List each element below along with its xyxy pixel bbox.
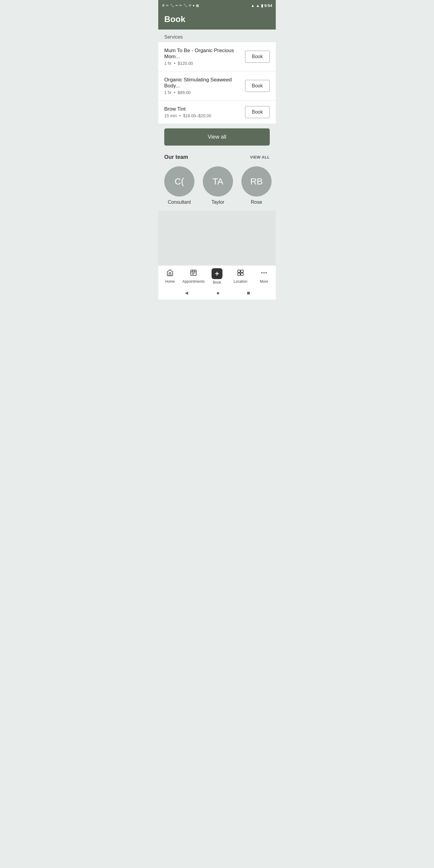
service-price-3: $16.00–$20.00	[183, 113, 211, 118]
avatar-taylor: TA	[203, 166, 233, 196]
member-name-consultant: Consultant	[168, 199, 191, 205]
services-section-header: Services	[158, 30, 276, 42]
service-item-3: Brow Tint 15 min • $16.00–$20.00 Book	[158, 101, 276, 124]
services-list: Mum To Be - Organic Precious Mom... 1 hr…	[158, 42, 276, 124]
sim-icon: ▦	[196, 4, 199, 7]
avatar-consultant: C(	[164, 166, 194, 196]
service-details-3: 15 min • $16.00–$20.00	[164, 113, 241, 118]
avatar-rose: RB	[241, 166, 272, 196]
book-button-3[interactable]: Book	[245, 106, 270, 118]
book-button-2[interactable]: Book	[245, 80, 270, 92]
nav-item-location[interactable]: Location	[229, 269, 252, 284]
avatar-initials-consultant: C(	[175, 176, 184, 187]
nav-item-book[interactable]: Book	[205, 268, 229, 284]
svg-rect-8	[238, 270, 240, 273]
book-center-icon	[212, 268, 222, 279]
team-section: Our team VIEW ALL C( Consultant TA Taylo…	[158, 150, 276, 211]
nav-item-home[interactable]: Home	[158, 269, 182, 284]
page-title: Book	[164, 14, 270, 24]
team-view-all-link[interactable]: VIEW ALL	[250, 155, 270, 159]
avatar-initials-rose: RB	[250, 176, 263, 187]
book-button-1[interactable]: Book	[245, 51, 270, 63]
service-price-1: $120.00	[178, 61, 193, 66]
edit-icon-2: ✏	[176, 4, 178, 7]
back-button[interactable]: ◄	[184, 290, 189, 296]
view-all-container: View all	[158, 124, 276, 150]
bottom-navigation: Home Appointments Book	[158, 265, 276, 286]
home-button[interactable]: ●	[216, 290, 220, 296]
edit-icon-3: ✏	[179, 4, 182, 7]
services-section-label: Services	[164, 34, 183, 39]
gear-icon: ⚙	[162, 4, 165, 7]
svg-rect-10	[238, 273, 240, 276]
refresh-icon: ⟳	[189, 4, 191, 7]
signal-icon: ▲	[256, 3, 260, 8]
service-details-1: 1 hr • $120.00	[164, 61, 241, 66]
service-details-2: 1 hr • $89.00	[164, 90, 241, 95]
member-name-rose: Rose	[251, 199, 262, 205]
nav-label-home: Home	[165, 279, 175, 284]
nav-label-appointments: Appointments	[182, 279, 204, 284]
home-icon	[166, 269, 174, 278]
status-icons-left: ⚙ ✏ 🔧 ✏ ✏ 🔧 ⟳ ● ▦	[162, 4, 199, 7]
status-icons-right: ▲ ▲ ▮ 9:54	[251, 3, 272, 8]
nav-label-book: Book	[213, 280, 221, 284]
more-icon	[260, 269, 268, 278]
svg-point-14	[266, 272, 267, 273]
android-nav-bar: ◄ ● ■	[158, 286, 276, 300]
team-members-list: C( Consultant TA Taylor RB Rose	[164, 166, 270, 211]
service-info-2: Organic Stimulating Seaweed Body... 1 hr…	[164, 77, 245, 95]
edit-icon-1: ✏	[166, 4, 169, 7]
service-duration-1: 1 hr	[164, 61, 172, 66]
wrench-icon-2: 🔧	[183, 4, 187, 7]
team-member-rose[interactable]: RB Rose	[241, 166, 272, 205]
service-name-2: Organic Stimulating Seaweed Body...	[164, 77, 241, 89]
nav-item-appointments[interactable]: Appointments	[182, 269, 205, 284]
svg-rect-11	[241, 273, 243, 276]
svg-point-13	[264, 272, 265, 273]
wifi-icon: ▲	[251, 3, 255, 8]
page-header: Book	[158, 11, 276, 30]
service-item-1: Mum To Be - Organic Precious Mom... 1 hr…	[158, 42, 276, 71]
service-info-3: Brow Tint 15 min • $16.00–$20.00	[164, 106, 245, 118]
time-display: 9:54	[264, 3, 272, 8]
service-name-1: Mum To Be - Organic Precious Mom...	[164, 48, 241, 60]
team-section-title: Our team	[164, 154, 188, 160]
member-name-taylor: Taylor	[212, 199, 224, 205]
location-icon	[237, 269, 244, 278]
svg-rect-9	[241, 270, 243, 273]
avatar-initials-taylor: TA	[213, 176, 223, 187]
service-duration-3: 15 min	[164, 113, 177, 118]
nav-label-location: Location	[234, 279, 247, 284]
appointments-icon	[190, 269, 197, 278]
view-all-button[interactable]: View all	[164, 128, 270, 146]
svg-point-12	[261, 272, 262, 273]
service-name-3: Brow Tint	[164, 106, 241, 112]
circle-icon: ●	[193, 4, 195, 7]
battery-icon: ▮	[261, 3, 263, 8]
nav-item-more[interactable]: More	[252, 269, 276, 284]
service-item-2: Organic Stimulating Seaweed Body... 1 hr…	[158, 71, 276, 101]
content-area	[158, 211, 276, 265]
nav-label-more: More	[260, 279, 268, 284]
service-info-1: Mum To Be - Organic Precious Mom... 1 hr…	[164, 48, 245, 66]
recents-button[interactable]: ■	[247, 290, 250, 296]
team-member-taylor[interactable]: TA Taylor	[203, 166, 233, 205]
wrench-icon: 🔧	[170, 4, 174, 7]
team-header: Our team VIEW ALL	[164, 154, 270, 160]
service-price-2: $89.00	[178, 90, 191, 95]
team-member-consultant[interactable]: C( Consultant	[164, 166, 194, 205]
status-bar: ⚙ ✏ 🔧 ✏ ✏ 🔧 ⟳ ● ▦ ▲ ▲ ▮ 9:54	[158, 0, 276, 11]
service-duration-2: 1 hr	[164, 90, 172, 95]
